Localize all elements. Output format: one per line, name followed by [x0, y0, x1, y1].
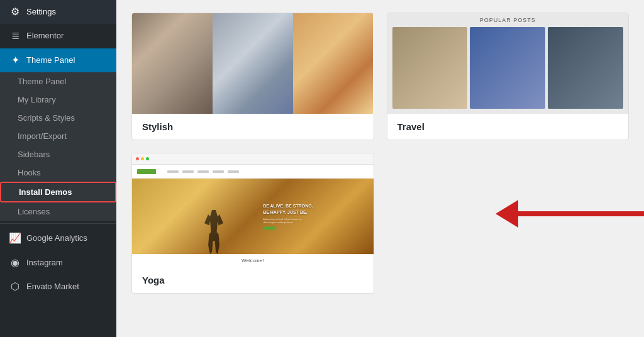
- yoga-silhouette: [204, 210, 223, 254]
- yoga-welcome: Welcome!: [132, 254, 374, 267]
- browser-dot-green: [146, 157, 149, 160]
- yoga-nav-link-5: [228, 170, 239, 173]
- yoga-nav: [132, 165, 374, 179]
- travel-thumb-2: [470, 27, 545, 109]
- sidebar-item-settings-label: Settings: [26, 6, 56, 18]
- demo-card-travel[interactable]: POPULAR POSTS Travel: [387, 13, 630, 140]
- sidebar-item-my-library[interactable]: My Library: [0, 91, 116, 109]
- sidebar-item-theme-panel-label: Theme Panel: [26, 55, 75, 66]
- google-analytics-icon: 📈: [9, 231, 21, 245]
- sidebar-item-settings[interactable]: ⚙ Settings: [0, 0, 116, 24]
- yoga-nav-link-4: [213, 170, 224, 173]
- elementor-icon: ≣: [9, 29, 21, 43]
- instagram-icon: ◉: [9, 256, 21, 270]
- stylish-title: Stylish: [132, 114, 374, 140]
- yoga-hero: BE ALIVE. BE STRONG. BE HAPPY. JUST BE. …: [132, 179, 374, 254]
- sidebar-item-instagram-label: Instagram: [26, 257, 63, 268]
- yoga-nav-link-1: [167, 170, 179, 173]
- demo-card-stylish[interactable]: Stylish: [131, 13, 374, 140]
- browser-dot-red: [136, 157, 139, 160]
- yoga-nav-links: [167, 170, 239, 173]
- travel-image: POPULAR POSTS: [387, 13, 629, 114]
- sidebar-submenu: Theme Panel My Library Scripts & Styles …: [0, 72, 116, 221]
- travel-thumb-1: [392, 27, 468, 109]
- sidebar-item-scripts-styles[interactable]: Scripts & Styles: [0, 109, 116, 127]
- yoga-hero-title-1: BE ALIVE. BE STRONG.: [263, 203, 313, 209]
- yoga-nav-link-3: [197, 170, 209, 173]
- sidebar-item-elementor[interactable]: ≣ Elementor: [0, 24, 116, 48]
- stylish-img-part-1: [132, 13, 213, 114]
- stylish-img-part-3: [293, 13, 374, 114]
- sidebar-item-elementor-label: Elementor: [26, 30, 64, 41]
- sidebar: ⚙ Settings ≣ Elementor ✦ Theme Panel The…: [0, 0, 116, 337]
- yoga-nav-link-2: [182, 170, 194, 173]
- yoga-hero-button[interactable]: [263, 226, 275, 229]
- sidebar-divider: [0, 223, 116, 224]
- sidebar-item-install-demos[interactable]: Install Demos: [0, 182, 116, 202]
- yoga-browser-bar: [132, 153, 374, 165]
- sidebar-item-import-export[interactable]: Import/Export: [0, 127, 116, 145]
- travel-popular-label: POPULAR POSTS: [480, 17, 536, 23]
- sidebar-item-instagram[interactable]: ◉ Instagram: [0, 251, 116, 275]
- yoga-hero-title-2: BE HAPPY. JUST BE.: [263, 209, 313, 215]
- sidebar-item-licenses[interactable]: Licenses: [0, 202, 116, 221]
- travel-thumbnails: [387, 13, 629, 114]
- yoga-logo: [137, 169, 156, 174]
- demo-card-yoga[interactable]: BE ALIVE. BE STRONG. BE HAPPY. JUST BE. …: [131, 153, 374, 294]
- sidebar-item-google-analytics[interactable]: 📈 Google Analytics: [0, 226, 116, 250]
- sidebar-item-envato-market-label: Envato Market: [26, 281, 79, 292]
- sidebar-item-sidebars[interactable]: Sidebars: [0, 145, 116, 163]
- travel-thumb-3: [548, 27, 623, 109]
- yoga-hero-subtitle: Adipiscing elit sed tellus luctus necull…: [263, 217, 313, 224]
- settings-icon: ⚙: [9, 5, 21, 19]
- sidebar-bottom: 📈 Google Analytics ◉ Instagram ⬡ Envato …: [0, 226, 116, 299]
- main-content: Stylish POPULAR POSTS Travel: [116, 0, 644, 337]
- yoga-title: Yoga: [132, 267, 374, 293]
- browser-dot-yellow: [141, 157, 144, 160]
- demos-grid: Stylish POPULAR POSTS Travel: [131, 13, 629, 294]
- sidebar-item-theme-panel[interactable]: Theme Panel: [0, 72, 116, 91]
- travel-title: Travel: [387, 114, 629, 140]
- sidebar-item-theme-panel-main[interactable]: ✦ Theme Panel: [0, 48, 116, 72]
- sidebar-top: ⚙ Settings ≣ Elementor ✦ Theme Panel: [0, 0, 116, 72]
- sidebar-item-hooks[interactable]: Hooks: [0, 163, 116, 182]
- sidebar-item-envato-market[interactable]: ⬡ Envato Market: [0, 275, 116, 299]
- theme-panel-icon: ✦: [9, 53, 21, 67]
- sidebar-item-google-analytics-label: Google Analytics: [26, 233, 87, 244]
- stylish-image: [132, 13, 374, 114]
- envato-icon: ⬡: [9, 280, 21, 294]
- yoga-text-overlay: BE ALIVE. BE STRONG. BE HAPPY. JUST BE. …: [263, 203, 313, 230]
- stylish-img-part-2: [213, 13, 293, 114]
